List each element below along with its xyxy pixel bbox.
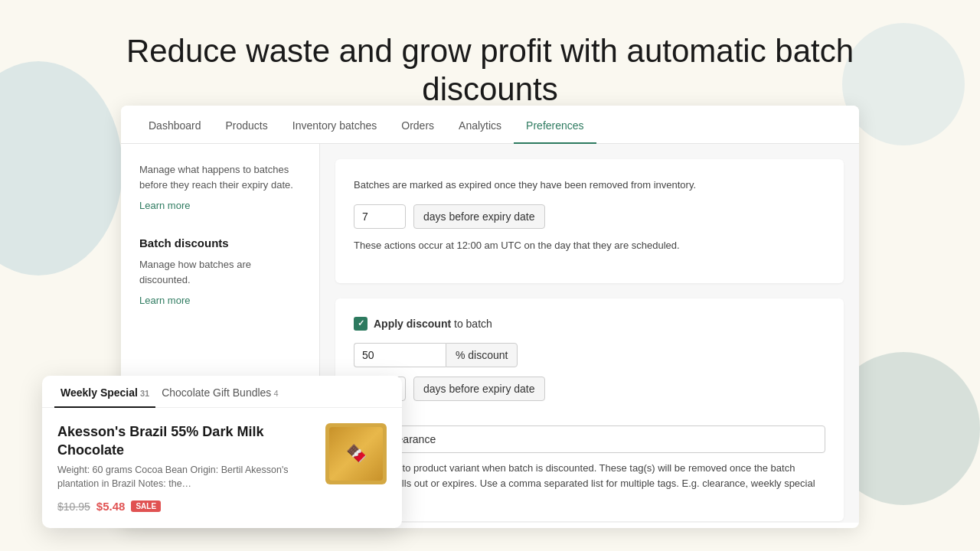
chocolate-gift-count: 4 <box>273 389 278 398</box>
tab-products[interactable]: Products <box>214 106 280 144</box>
batch-discounts-description: Manage how batches are discounted. <box>139 257 301 287</box>
batch-discounts-title: Batch discounts <box>139 236 301 249</box>
product-tab-weekly-special[interactable]: Weekly Special31 <box>54 376 155 408</box>
sale-badge: SALE <box>131 500 161 512</box>
apply-discount-checkbox-row: Apply discount to batch <box>354 317 825 331</box>
batch-discounts-section: Batch discounts Manage how batches are d… <box>139 236 301 307</box>
tags-section: TAGS Add tag(s) to product variant when … <box>354 410 825 493</box>
weekly-special-count: 31 <box>140 389 149 398</box>
discount-days-label: days before expiry date <box>413 377 545 401</box>
tags-section-label: TAGS <box>354 410 825 419</box>
expiry-days-label: days before expiry date <box>413 204 545 229</box>
product-image-inner: 🍫 <box>329 427 383 481</box>
tags-hint: Add tag(s) to product variant when batch… <box>354 461 825 493</box>
discount-days-row: days before expiry date <box>354 377 825 401</box>
tab-analytics[interactable]: Analytics <box>446 106 514 144</box>
product-image: 🍫 <box>325 423 387 484</box>
tab-preferences[interactable]: Preferences <box>514 106 596 144</box>
nav-tabs: Dashboard Products Inventory batches Ord… <box>121 106 859 144</box>
apply-discount-checkbox[interactable] <box>354 317 368 331</box>
price-original: $10.95 <box>57 500 90 513</box>
percent-input-wrap: % discount <box>354 343 518 367</box>
price-sale: $5.48 <box>96 500 126 513</box>
product-info: Akesson's Brazil 55% Dark Milk Chocolate… <box>57 423 313 513</box>
expired-section-description: Manage what happens to batches before th… <box>139 162 301 212</box>
expiry-days-input[interactable] <box>354 204 406 229</box>
tab-dashboard[interactable]: Dashboard <box>136 106 214 144</box>
percent-label: % discount <box>446 343 518 367</box>
percent-discount-row: % discount <box>354 343 825 367</box>
expiry-card-text: Batches are marked as expired once they … <box>354 178 825 194</box>
price-row: $10.95 $5.48 SALE <box>57 500 313 513</box>
tab-inventory-batches[interactable]: Inventory batches <box>280 106 390 144</box>
expiry-card: Batches are marked as expired once they … <box>335 159 844 283</box>
expiry-days-row: days before expiry date <box>354 204 825 229</box>
product-content: Akesson's Brazil 55% Dark Milk Chocolate… <box>42 408 402 528</box>
expired-learn-more-link[interactable]: Learn more <box>139 200 190 211</box>
product-description: Weight: 60 grams Cocoa Bean Origin: Bert… <box>57 464 313 491</box>
percent-input[interactable] <box>354 343 446 367</box>
tab-orders[interactable]: Orders <box>389 106 446 144</box>
product-card-tabs: Weekly Special31 Chocolate Gift Bundles4 <box>42 376 402 408</box>
tags-input[interactable] <box>354 425 825 453</box>
apply-discount-label: Apply discount to batch <box>374 318 492 330</box>
batch-discounts-learn-more-link[interactable]: Learn more <box>139 295 190 306</box>
product-card: Weekly Special31 Chocolate Gift Bundles4… <box>42 376 402 528</box>
main-heading: Reduce waste and grow profit with automa… <box>77 32 903 109</box>
product-tab-chocolate-gift-bundles[interactable]: Chocolate Gift Bundles4 <box>155 376 284 408</box>
product-name: Akesson's Brazil 55% Dark Milk Chocolate <box>57 423 313 459</box>
discount-card: Apply discount to batch % discount days … <box>335 298 844 522</box>
expiry-footer-text: These actions occur at 12:00 am UTC on t… <box>354 238 825 254</box>
expired-description-text: Manage what happens to batches before th… <box>139 162 301 192</box>
